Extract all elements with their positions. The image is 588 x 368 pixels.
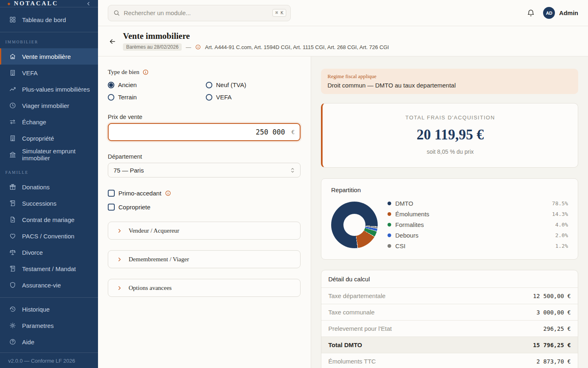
prix-de-vente-label: Prix de vente <box>108 114 301 120</box>
legend-dot-debours <box>388 233 391 237</box>
sidebar-item-label: Simulateur emprunt immobilier <box>22 148 92 162</box>
sidebar-item-echange[interactable]: Échange <box>0 114 98 130</box>
sidebar-item-contrat-mariage[interactable]: Contrat de mariage <box>0 211 98 228</box>
table-row: Prelevement pour l'Etat 296,25 € <box>321 320 578 337</box>
sidebar-item-successions[interactable]: Successions <box>0 195 98 211</box>
radio-terrain[interactable]: Terrain <box>108 94 206 101</box>
radio-label: Ancien <box>118 81 137 88</box>
shield-icon <box>9 281 16 289</box>
sidebar-item-simulateur-emprunt[interactable]: Simulateur emprunt immobilier <box>0 146 98 163</box>
sidebar-item-vefa[interactable]: VEFA <box>0 65 98 81</box>
radio-neuf-tva[interactable]: Neuf (TVA) <box>206 81 301 88</box>
sidebar-item-label: VEFA <box>22 70 38 76</box>
legend-value: 4.0% <box>555 222 568 228</box>
checkbox-group: Primo-accedant Copropriete <box>108 190 301 211</box>
back-button[interactable] <box>109 38 116 45</box>
repartition-legend: DMTO 78.5% Émoluments 14.3% Formalites <box>388 200 568 249</box>
radio-input[interactable] <box>108 82 114 88</box>
table-row: Taxe communale 3 000,00 € <box>321 304 578 320</box>
accordion-options-avancees[interactable]: Options avancees <box>108 279 301 297</box>
accordion-title: Options avancees <box>129 285 172 292</box>
row-value: 3 000,00 € <box>537 309 571 316</box>
checkbox-copropriete[interactable]: Copropriete <box>108 204 301 211</box>
field-label: Type de bien <box>108 69 139 76</box>
select-chevrons-icon <box>290 167 295 173</box>
app-window: ◆ NOTACALC Tableau de bord IMMOBILIER Ve… <box>0 0 588 368</box>
row-label: Taxe communale <box>328 309 374 316</box>
chevron-right-icon <box>117 228 122 233</box>
gift-icon <box>9 183 16 191</box>
accordion-title: Vendeur / Acquereur <box>129 227 179 234</box>
departement-select[interactable]: 75 — Paris <box>108 163 301 177</box>
info-icon[interactable] <box>165 190 171 196</box>
total-label: TOTAL FRAIS D'ACQUISITION <box>331 114 570 121</box>
legend-item: CSI 1.2% <box>388 242 568 249</box>
legend-value: 14.3% <box>552 211 568 217</box>
radio-input[interactable] <box>206 94 212 101</box>
legend-value: 2.0% <box>555 232 568 238</box>
sidebar-item-divorce[interactable]: Divorce <box>0 244 98 260</box>
sidebar-item-viager[interactable]: Viager immobilier <box>0 97 98 114</box>
legend-value: 1.2% <box>555 243 568 249</box>
sidebar-item-plus-values[interactable]: Plus-values immobilières <box>0 81 98 97</box>
sidebar-item-label: Successions <box>22 200 56 207</box>
accordion-demembrement-viager[interactable]: Demembrement / Viager <box>108 250 301 268</box>
sidebar-item-vente-immobiliere[interactable]: Vente immobilière <box>0 48 98 65</box>
sidebar-item-parametres[interactable]: Parametres <box>0 317 98 334</box>
chevron-left-icon <box>86 1 91 7</box>
sidebar-item-aide[interactable]: Aide <box>0 334 98 350</box>
sidebar-item-donations[interactable]: Donations <box>0 179 98 195</box>
legend-item: Debours 2.0% <box>388 232 568 239</box>
radio-ancien[interactable]: Ancien <box>108 81 206 88</box>
prix-de-vente-input[interactable] <box>108 123 301 141</box>
sidebar-item-assurance-vie[interactable]: Assurance-vie <box>0 277 98 293</box>
sidebar-collapse-button[interactable] <box>86 1 91 7</box>
detail-calcul-card: Détail du calcul Taxe départementale 12 … <box>321 270 578 368</box>
checkbox-primo-accedant[interactable]: Primo-accedant <box>108 190 301 197</box>
radio-input[interactable] <box>108 94 114 101</box>
checkbox-input[interactable] <box>108 190 115 197</box>
sidebar-item-label: PACS / Convention <box>22 233 74 240</box>
page-header-text: Vente immobiliere Barèmes au 28/02/2026 … <box>123 31 389 51</box>
checkbox-label: Primo-accedant <box>118 190 161 197</box>
sidebar-item-copropriete[interactable]: Copropriété <box>0 130 98 146</box>
accordion-vendeur-acquereur[interactable]: Vendeur / Acquereur <box>108 222 301 240</box>
checkbox-input[interactable] <box>108 204 115 211</box>
sidebar-item-historique[interactable]: Historique <box>0 301 98 317</box>
scales-icon <box>9 249 16 256</box>
page-header-meta: Barèmes au 28/02/2026 — Art. A444-91 C.c… <box>123 43 389 51</box>
alert-text: Droit commun — DMTO au taux departementa… <box>327 82 572 89</box>
repartition-donut <box>331 202 378 248</box>
legend-item: Émoluments 14.3% <box>388 211 568 218</box>
avatar: AD <box>543 7 555 19</box>
user-menu[interactable]: AD Admin <box>543 7 578 19</box>
search-input[interactable] <box>124 9 272 16</box>
sidebar-item-pacs[interactable]: PACS / Convention <box>0 228 98 244</box>
row-value: 15 796,25 € <box>533 342 571 348</box>
accordion-title: Demembrement / Viager <box>129 256 189 263</box>
sidebar-item-testament[interactable]: Testament / Mandat <box>0 260 98 277</box>
logo: ◆ NOTACALC <box>0 0 98 7</box>
sidebar-section-famille: FAMILLE <box>0 163 98 179</box>
sidebar-section-immobilier: IMMOBILIER <box>0 32 98 48</box>
help-circle-icon <box>9 338 16 346</box>
legend-label: Formalites <box>395 221 424 228</box>
search-box[interactable]: ⌘ K <box>108 5 291 21</box>
chevron-right-icon <box>117 285 122 291</box>
radio-input[interactable] <box>206 82 212 88</box>
radio-vefa[interactable]: VEFA <box>206 94 301 101</box>
sidebar-item-label: Historique <box>22 306 50 313</box>
notifications-bell-icon[interactable] <box>527 9 535 17</box>
sidebar-item-label: Parametres <box>22 322 54 329</box>
sidebar: ◆ NOTACALC Tableau de bord IMMOBILIER Ve… <box>0 0 98 368</box>
legend-label: Debours <box>395 232 419 239</box>
home-icon <box>9 53 16 60</box>
table-row: Taxe départementale 12 500,00 € <box>321 287 578 304</box>
info-icon[interactable] <box>143 69 149 75</box>
sidebar-item-tableau-de-bord[interactable]: Tableau de bord <box>0 11 98 28</box>
repartition-title: Repartition <box>331 186 568 193</box>
sidebar-nav: Tableau de bord IMMOBILIER Vente immobil… <box>0 7 98 293</box>
legend-dot-dmto <box>388 202 391 205</box>
type-de-bien-options: Ancien Neuf (TVA) Terrain VEFA <box>108 81 301 101</box>
prix-field: € <box>108 123 301 141</box>
